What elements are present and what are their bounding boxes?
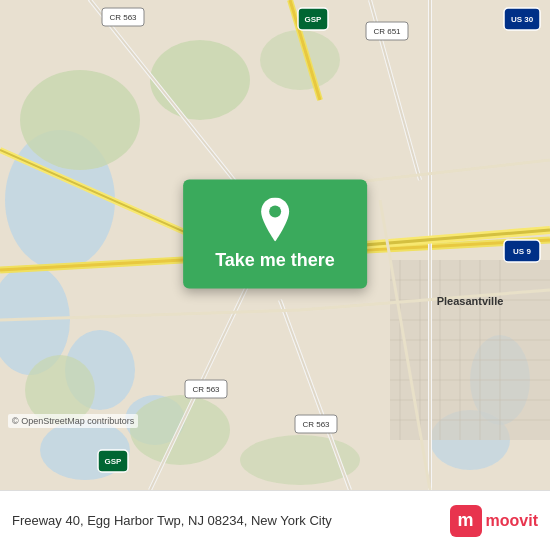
moovit-logo: m moovit	[450, 505, 538, 537]
moovit-icon: m	[450, 505, 482, 537]
svg-text:GSP: GSP	[305, 15, 323, 24]
svg-text:Pleasantville: Pleasantville	[437, 295, 504, 307]
take-me-there-button[interactable]: Take me there	[183, 180, 367, 289]
address-text: Freeway 40, Egg Harbor Twp, NJ 08234, Ne…	[12, 513, 332, 528]
location-pin-icon	[257, 198, 293, 242]
osm-attribution: © OpenStreetMap contributors	[8, 414, 138, 428]
svg-text:CR 651: CR 651	[373, 27, 401, 36]
svg-text:CR 563: CR 563	[109, 13, 137, 22]
button-overlay: Take me there	[183, 180, 367, 289]
svg-point-12	[240, 435, 360, 485]
address-section: Freeway 40, Egg Harbor Twp, NJ 08234, Ne…	[12, 513, 332, 528]
button-label: Take me there	[215, 250, 335, 271]
svg-text:GSP: GSP	[105, 457, 123, 466]
map-container: US 30 GSP CR 563 CR 651 US 9 CR 563 CR 5…	[0, 0, 550, 490]
moovit-label: moovit	[486, 512, 538, 530]
svg-point-9	[150, 40, 250, 120]
svg-text:US 30: US 30	[511, 15, 534, 24]
svg-point-68	[269, 206, 281, 218]
bottom-bar: Freeway 40, Egg Harbor Twp, NJ 08234, Ne…	[0, 490, 550, 550]
svg-text:CR 563: CR 563	[302, 420, 330, 429]
svg-text:CR 563: CR 563	[192, 385, 220, 394]
svg-point-8	[20, 70, 140, 170]
svg-rect-14	[390, 260, 550, 440]
svg-text:US 9: US 9	[513, 247, 531, 256]
